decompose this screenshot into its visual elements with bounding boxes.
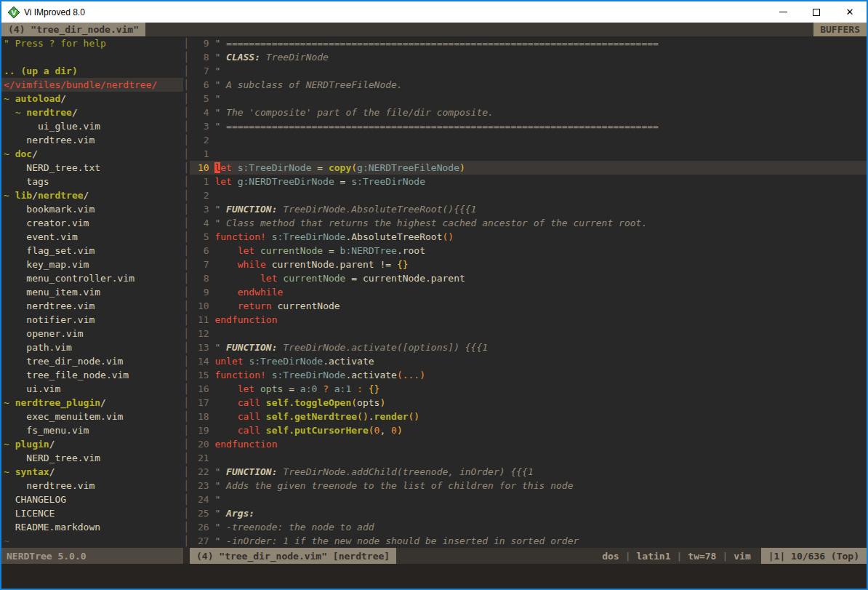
code-line[interactable]: 5" [190,92,867,105]
token: ~ [4,190,15,201]
line-number: 22 [192,465,209,479]
tabline: (4) "tree_dir_node.vim" BUFFERS [1,23,867,36]
token: b:NERDTree [340,245,397,256]
tree-item[interactable]: creator.vim [4,216,183,230]
tree-item[interactable]: tags [4,175,183,188]
tree-item[interactable]: README.markdown [4,520,183,534]
code-line[interactable]: 21 [190,451,867,465]
tree-item[interactable]: ~ autoload/ [4,92,183,105]
svg-text:V: V [12,9,17,16]
code-line[interactable]: 22" FUNCTION: TreeDirNode.addChild(treen… [190,465,867,479]
code-line[interactable]: 10 return currentNode [190,299,867,313]
code-line[interactable]: 9 endwhile [190,285,867,299]
code-line[interactable]: 24" [190,493,867,506]
code-line[interactable]: 2 [190,133,867,147]
code-line[interactable]: 12 [190,327,867,340]
tree-item[interactable]: ~ nerdtree_plugin/ [4,396,183,410]
code-line[interactable]: 20endfunction [190,437,867,451]
line-number: 5 [192,92,209,105]
code-line[interactable]: 15function! s:TreeDirNode.activate(...) [190,368,867,382]
tree-item[interactable]: path.vim [4,340,183,354]
code-line[interactable]: 25" Args: [190,506,867,520]
tree-item[interactable]: flag_set.vim [4,244,183,258]
code-line[interactable]: 17 call self.toggleOpen(opts) [190,396,867,410]
token: s:TreeDirNode [272,370,346,380]
tree-item[interactable]: tree_file_node.vim [4,368,183,382]
line-number: 6 [192,78,209,92]
code-line[interactable]: 7" [190,64,867,78]
tree-item[interactable]: nerdtree.vim [4,133,183,147]
code-line[interactable]: 2 [190,188,867,202]
tree-item[interactable]: CHANGELOG [4,493,183,506]
code-line[interactable]: 4" The 'composite' part of the file/dir … [190,105,867,119]
code-line[interactable]: 5function! s:TreeDirNode.AbsoluteTreeRoo… [190,230,867,244]
tree-item[interactable]: event.vim [4,230,183,244]
code-line[interactable]: 26" -treenode: the node to add [190,520,867,534]
code-line[interactable]: 6" A subclass of NERDTreeFileNode. [190,78,867,92]
minimize-button[interactable] [766,1,800,23]
tree-item[interactable]: ui_glue.vim [4,119,183,133]
token: LICENCE [4,508,55,519]
code-line[interactable]: 1let g:NERDTreeDirNode = s:TreeDirNode [190,175,867,188]
code-line[interactable]: 3" =====================================… [190,119,867,133]
tree-item[interactable]: " Press ? for help [4,36,183,50]
tree-item[interactable]: NERD_tree.txt [4,161,183,175]
tree-item[interactable]: ~ nerdtree/ [4,105,183,119]
tree-item[interactable]: fs_menu.vim [4,423,183,437]
token: s:TreeDirNode [238,162,312,173]
code-line[interactable]: 11endfunction [190,313,867,327]
tree-item[interactable]: tree_dir_node.vim [4,354,183,368]
tree-item[interactable]: ui.vim [4,382,183,396]
close-button[interactable]: ✕ [833,1,867,23]
code-line[interactable]: 27" -inOrder: 1 if the new node should b… [190,534,867,548]
tree-item[interactable]: nerdtree.vim [4,299,183,313]
code-line[interactable]: 10let s:TreeDirNode = copy(g:NERDTreeFil… [190,161,867,175]
tree-item[interactable]: ~ syntax/ [4,465,183,479]
tab-tree-dir-node[interactable]: (4) "tree_dir_node.vim" [1,23,145,36]
code-line[interactable]: 6 let currentNode = b:NERDTree.root [190,244,867,258]
tree-item[interactable]: NERD_tree.vim [4,451,183,465]
token: nerdtree [38,190,84,201]
tree-item[interactable]: ~ plugin/ [4,437,183,451]
code-line[interactable]: 23" Adds the given treenode to the list … [190,479,867,493]
code-line[interactable]: 9" =====================================… [190,36,867,50]
code-line[interactable]: 7 while currentNode.parent != {} [190,258,867,271]
line-number: 27 [192,534,209,548]
code-line[interactable]: 3" FUNCTION: TreeDirNode.AbsoluteTreeRoo… [190,202,867,216]
tree-item[interactable]: LICENCE [4,506,183,520]
tree-item[interactable]: menu_item.vim [4,285,183,299]
code-line[interactable]: 8 let currentNode = currentNode.parent [190,271,867,285]
code-line[interactable]: 16 let opts = a:0 ? a:1 : {} [190,382,867,396]
tree-item[interactable]: ~ doc/ [4,147,183,161]
tree-item[interactable]: ~ [4,534,183,548]
code-line[interactable]: 13" FUNCTION: TreeDirNode.activate([opti… [190,340,867,354]
tree-item[interactable]: </vimfiles/bundle/nerdtree/ [1,78,183,92]
tree-item[interactable]: key_map.vim [4,258,183,271]
token: / [84,190,89,201]
tree-item[interactable] [4,50,183,64]
code-line[interactable]: 14unlet s:TreeDirNode.activate [190,354,867,368]
tree-item[interactable]: exec_menuitem.vim [4,410,183,423]
tree-item[interactable]: .. (up a dir) [4,64,183,78]
code-line[interactable]: 19 call self.putCursorHere(0, 0) [190,423,867,437]
token: / [49,466,55,477]
command-line[interactable] [1,564,867,589]
maximize-button[interactable] [800,1,833,23]
tree-item[interactable]: opener.vim [4,327,183,340]
tree-item[interactable]: notifier.vim [4,313,183,327]
code-line[interactable]: 4" Class method that returns the highest… [190,216,867,230]
token: " A subclass of NERDTreeFileNode. [214,79,402,90]
code-line[interactable]: 18 call self.getNerdtree().render() [190,410,867,423]
window-separator[interactable]: │ │ │ │ │ │ │ │ │ │ │ │ │ │ │ │ │ │ │ │ … [183,36,190,548]
code-line[interactable]: 1 [190,147,867,161]
tree-item[interactable]: ~ lib/nerdtree/ [4,188,183,202]
status-info-item: tw=78 [688,551,716,562]
tree-item[interactable]: menu_controller.vim [4,271,183,285]
tree-item[interactable]: bookmark.vim [4,202,183,216]
tree-item[interactable]: nerdtree.vim [4,479,183,493]
token: " [214,466,226,477]
code-line[interactable]: 8" CLASS: TreeDirNode [190,50,867,64]
token [214,383,237,394]
token: ) [459,162,465,173]
line-number: 21 [192,451,209,465]
